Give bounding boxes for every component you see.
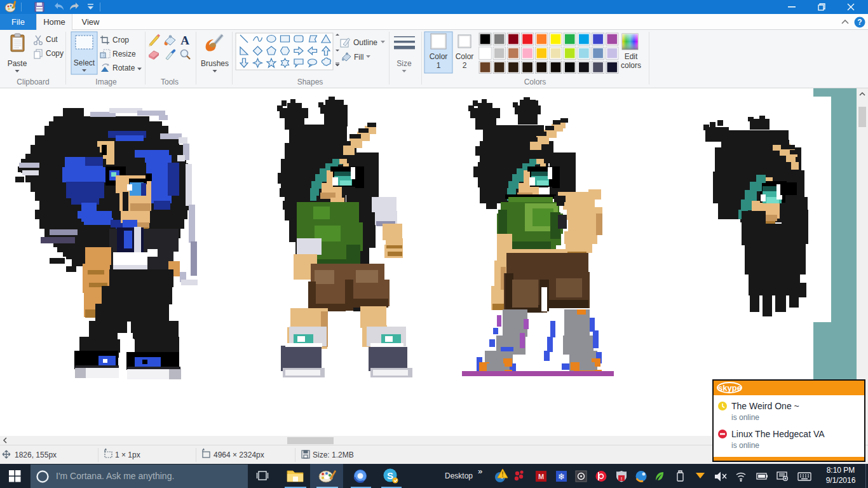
svg-text:❄: ❄ [558,471,566,482]
svg-text:2: 2 [463,61,467,70]
svg-text:S: S [387,470,393,481]
svg-text:Edit: Edit [625,52,638,61]
svg-text:1: 1 [437,61,441,70]
svg-text:Fill: Fill [354,53,363,62]
svg-text:?: ? [857,18,862,27]
svg-text:Resize: Resize [112,50,136,58]
svg-text:Color: Color [456,52,474,61]
svg-text:Rotate: Rotate [112,64,135,72]
svg-text:Select: Select [74,58,95,67]
svg-text:Color: Color [430,52,448,61]
svg-text:Brushes: Brushes [201,59,229,68]
svg-text:Copy: Copy [46,49,64,58]
svg-text:Cut: Cut [46,35,58,44]
svg-text:!: ! [501,471,503,478]
svg-text:Outline: Outline [353,38,377,47]
svg-text:A: A [180,34,189,47]
svg-text:M: M [538,473,544,480]
svg-text:Paste: Paste [8,59,27,68]
svg-text:colors: colors [621,61,641,70]
svg-text:Crop: Crop [112,36,129,44]
svg-text:Size: Size [397,59,412,68]
svg-text:!: ! [621,476,622,482]
